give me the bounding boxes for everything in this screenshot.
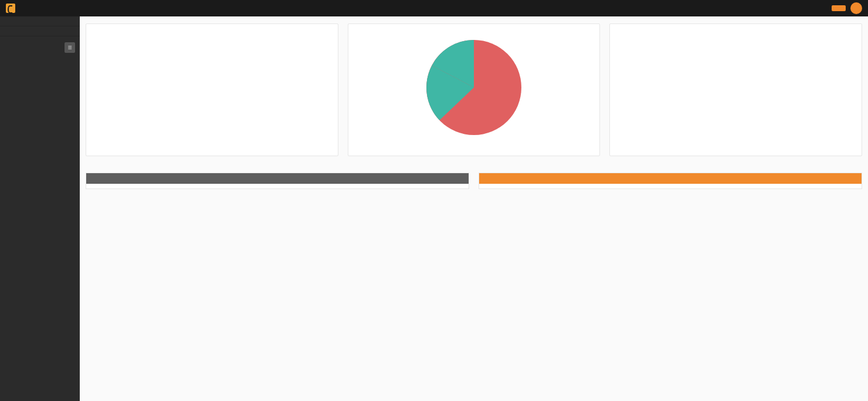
main-content	[80, 16, 868, 401]
sidebar-collapse-button[interactable]: ≡	[65, 42, 75, 53]
top10-card	[609, 23, 862, 156]
severity-caption	[92, 145, 332, 150]
analyze-now-button[interactable]	[832, 5, 846, 11]
inventory-panel	[86, 173, 469, 189]
inventory-title	[86, 173, 469, 184]
sidebar: ≡	[0, 16, 80, 401]
proactive-title	[479, 173, 862, 184]
brand-logo[interactable]	[6, 4, 19, 13]
pie-card	[348, 23, 601, 156]
notifications-badge[interactable]	[850, 2, 862, 14]
brand-icon	[6, 4, 15, 13]
pie-caption	[354, 145, 594, 150]
sidebar-section-config	[0, 16, 80, 26]
pie-chart-icon	[421, 35, 527, 140]
top10-caption	[616, 145, 856, 150]
severity-card	[86, 23, 338, 156]
sidebar-section-log	[0, 26, 80, 36]
topbar	[0, 0, 868, 16]
proactive-panel	[479, 173, 862, 189]
